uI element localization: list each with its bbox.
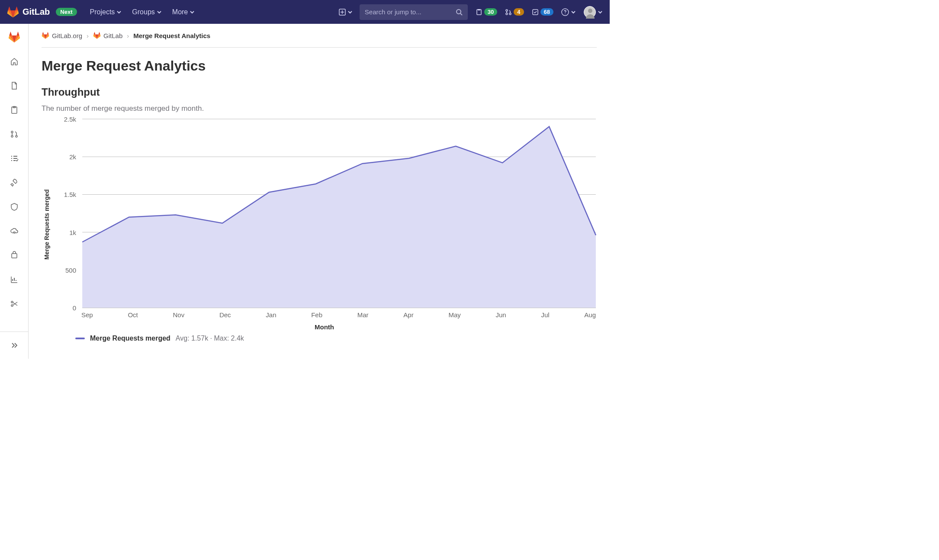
x-tick-label: Sep: [81, 311, 93, 319]
sidebar-packages[interactable]: [5, 246, 23, 264]
breadcrumb-project[interactable]: GitLab: [93, 32, 122, 39]
create-new-button[interactable]: [339, 9, 353, 16]
package-icon: [10, 251, 19, 260]
svg-point-9: [565, 13, 566, 14]
merge-requests-counter[interactable]: 4: [505, 8, 524, 16]
x-tick-label: Jan: [266, 311, 276, 319]
help-menu[interactable]: [561, 8, 576, 16]
y-axis-ticks: 05001k1.5k2k2.5k: [52, 116, 78, 308]
breadcrumb-project-label: GitLab: [103, 32, 122, 39]
y-tick-label: 500: [65, 266, 76, 274]
svg-point-6: [509, 13, 511, 15]
svg-point-13: [11, 131, 13, 133]
sidebar-expand[interactable]: [5, 336, 23, 354]
sidebar-requirements[interactable]: [5, 149, 23, 167]
svg-rect-3: [478, 9, 480, 10]
search-input[interactable]: [365, 8, 456, 16]
svg-point-4: [506, 10, 508, 11]
sidebar-ci-cd[interactable]: [5, 174, 23, 192]
issues-counter[interactable]: 30: [476, 8, 497, 16]
user-avatar: [584, 6, 596, 18]
nav-projects[interactable]: Projects: [90, 8, 122, 16]
rocket-icon: [10, 178, 19, 187]
gitlab-logo-icon: [7, 6, 19, 18]
sidebar-project-logo[interactable]: [5, 28, 23, 46]
user-menu[interactable]: [584, 6, 603, 18]
svg-point-1: [457, 10, 461, 14]
list-check-icon: [10, 154, 19, 163]
chevron-down-icon: [571, 10, 576, 15]
chevron-down-icon: [598, 10, 603, 15]
brand-logo[interactable]: GitLab Next: [7, 6, 77, 18]
sidebar-merge-requests[interactable]: [5, 125, 23, 143]
x-tick-label: Oct: [128, 311, 138, 319]
clipboard-icon: [10, 106, 19, 114]
x-tick-label: Nov: [173, 311, 184, 319]
y-axis-label: Merge Requests merged: [42, 127, 52, 322]
chevron-down-icon: [116, 10, 122, 15]
merge-request-icon: [505, 9, 512, 16]
scissors-icon: [10, 299, 19, 308]
chevron-down-icon: [157, 10, 162, 15]
primary-nav: Projects Groups More: [90, 8, 195, 16]
breadcrumb-current: Merge Request Analytics: [133, 32, 210, 39]
sidebar-security[interactable]: [5, 198, 23, 216]
search-box[interactable]: [360, 4, 468, 20]
sidebar-operations[interactable]: [5, 222, 23, 240]
sidebar-home[interactable]: [5, 52, 23, 71]
nav-groups[interactable]: Groups: [132, 8, 161, 16]
chart-svg: [52, 116, 597, 311]
x-axis-label: Month: [52, 323, 597, 331]
x-tick-label: Dec: [219, 311, 231, 319]
y-tick-label: 1.5k: [64, 191, 76, 198]
sidebar-analytics[interactable]: [5, 270, 23, 289]
x-tick-label: Jul: [541, 311, 549, 319]
svg-point-16: [13, 232, 15, 233]
section-description: The number of merge requests merged by m…: [42, 104, 597, 113]
breadcrumb-separator: ›: [127, 32, 129, 39]
file-icon: [10, 81, 19, 90]
todos-count: 68: [540, 8, 553, 16]
breadcrumb-current-label: Merge Request Analytics: [133, 32, 210, 39]
gitlab-tanuki-icon: [42, 32, 49, 39]
breadcrumb: GitLab.org › GitLab › Merge Request Anal…: [42, 32, 597, 48]
merge-request-icon: [10, 130, 19, 138]
home-icon: [10, 57, 19, 66]
brand-name: GitLab: [23, 7, 50, 17]
y-tick-label: 0: [73, 304, 76, 312]
project-sidebar: [0, 24, 29, 359]
question-circle-icon: [561, 8, 569, 16]
top-navbar: GitLab Next Projects Groups More: [0, 0, 610, 24]
y-tick-label: 1k: [69, 229, 76, 236]
svg-point-15: [16, 135, 17, 137]
nav-more[interactable]: More: [172, 8, 195, 16]
shield-icon: [10, 203, 19, 211]
nav-more-label: More: [172, 8, 188, 16]
x-tick-label: Aug: [584, 311, 596, 319]
x-tick-label: Feb: [311, 311, 322, 319]
chevron-down-icon: [347, 10, 353, 15]
breadcrumb-org-label: GitLab.org: [52, 32, 82, 39]
todo-check-icon: [532, 9, 539, 16]
svg-point-18: [11, 301, 13, 303]
main-content: GitLab.org › GitLab › Merge Request Anal…: [29, 24, 610, 359]
legend-series-label: Merge Requests merged: [90, 335, 170, 342]
chart-legend: Merge Requests merged Avg: 1.57k · Max: …: [75, 335, 597, 342]
clipboard-icon: [476, 9, 482, 16]
chevron-down-icon: [190, 10, 195, 15]
sidebar-issues[interactable]: [5, 101, 23, 119]
cloud-cog-icon: [10, 227, 19, 235]
throughput-chart: Merge Requests merged 05001k1.5k2k2.5k S…: [42, 116, 597, 333]
x-axis-ticks: SepOctNovDecJanFebMarAprMayJunJulAug: [81, 311, 596, 319]
todos-counter[interactable]: 68: [532, 8, 553, 16]
breadcrumb-org[interactable]: GitLab.org: [42, 32, 82, 39]
gitlab-tanuki-icon: [8, 31, 20, 43]
search-icon: [456, 9, 463, 16]
plus-square-icon: [339, 9, 346, 16]
sidebar-repository[interactable]: [5, 77, 23, 95]
x-tick-label: Apr: [403, 311, 413, 319]
sidebar-snippets[interactable]: [5, 295, 23, 313]
issues-count: 30: [484, 8, 497, 16]
y-tick-label: 2.5k: [64, 116, 76, 123]
svg-point-5: [506, 13, 508, 15]
